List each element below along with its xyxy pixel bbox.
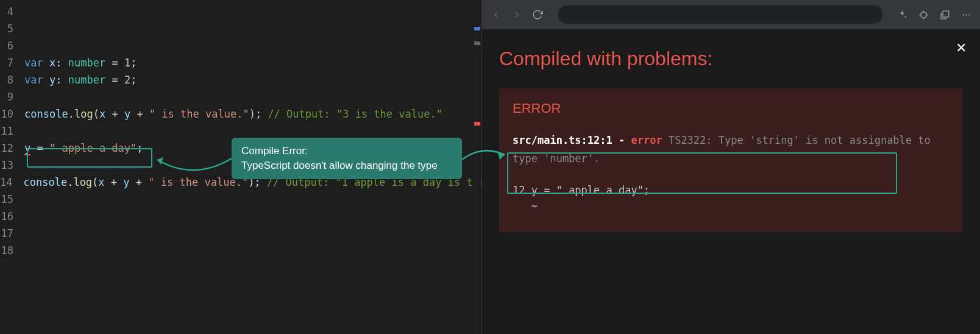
- line-number: 17: [0, 225, 24, 242]
- line-number: 11: [0, 123, 24, 140]
- line-number: 5: [0, 20, 24, 37]
- line-number: 8: [0, 71, 24, 88]
- browser-preview-pane: ✕ Compiled with problems: ERROR src/main…: [481, 0, 980, 334]
- scroll-mark: [474, 41, 480, 45]
- code-line[interactable]: 17: [0, 225, 481, 242]
- code-line[interactable]: 9: [0, 88, 481, 105]
- code-line[interactable]: 5: [0, 20, 481, 37]
- reload-icon[interactable]: [532, 9, 543, 20]
- target-icon[interactable]: [918, 10, 929, 20]
- error-file: src/main.ts:12:1: [513, 134, 612, 146]
- line-number: 15: [0, 191, 24, 208]
- snippet-line: 12 y = " apple a day";: [513, 182, 950, 198]
- forward-icon[interactable]: [511, 9, 522, 20]
- code-line[interactable]: 6: [0, 37, 481, 54]
- annotation-line2: TypeScript doesn't allow changing the ty…: [241, 158, 452, 173]
- error-snippet: 12 y = " apple a day"; ~: [513, 182, 950, 214]
- svg-point-7: [965, 14, 967, 15]
- code-line[interactable]: 7var x: number = 1;: [0, 54, 481, 71]
- svg-point-6: [962, 14, 964, 15]
- error-panel: ERROR src/main.ts:12:1 - error TS2322: T…: [499, 88, 963, 232]
- browser-content: ✕ Compiled with problems: ERROR src/main…: [482, 29, 980, 334]
- error-heading: ERROR: [513, 101, 950, 116]
- url-bar[interactable]: [558, 5, 882, 24]
- svg-rect-5: [943, 11, 949, 17]
- editor-scrollbar[interactable]: [473, 0, 481, 334]
- annotation-line1: Compile Error:: [241, 144, 452, 158]
- line-number: 14: [0, 174, 23, 191]
- close-icon[interactable]: ✕: [956, 40, 967, 56]
- annotation-tooltip: Compile Error: TypeScript doesn't allow …: [232, 138, 462, 179]
- snippet-marker: ~: [513, 198, 950, 214]
- svg-point-0: [921, 12, 927, 18]
- scroll-mark-error: [474, 122, 480, 126]
- code-line[interactable]: 16: [0, 208, 481, 225]
- line-number: 9: [0, 88, 24, 105]
- scroll-mark: [474, 27, 480, 30]
- svg-point-8: [968, 14, 970, 15]
- code-line[interactable]: 8var y: number = 2;: [0, 71, 481, 88]
- sparkle-icon[interactable]: [897, 10, 907, 20]
- browser-toolbar: [482, 0, 980, 29]
- error-message: src/main.ts:12:1 - error TS2322: Type 's…: [513, 131, 950, 168]
- code-content: var y: number = 2;: [24, 71, 481, 88]
- line-number: 7: [0, 54, 24, 71]
- code-line[interactable]: 11: [0, 123, 481, 140]
- code-line[interactable]: 15: [0, 191, 481, 208]
- code-content: console.log(x + y + " is the value."); /…: [24, 105, 481, 123]
- back-icon[interactable]: [491, 9, 502, 20]
- line-number: 4: [0, 3, 24, 20]
- more-icon[interactable]: [961, 10, 971, 20]
- code-line[interactable]: 10console.log(x + y + " is the value.");…: [0, 105, 481, 123]
- code-content: var x: number = 1;: [24, 54, 481, 71]
- line-number: 6: [0, 37, 24, 54]
- line-number: 12: [0, 140, 24, 157]
- open-external-icon[interactable]: [940, 10, 950, 20]
- line-number: 10: [0, 105, 24, 123]
- line-number: 18: [0, 242, 24, 259]
- code-line[interactable]: 18: [0, 242, 481, 259]
- line-number: 16: [0, 208, 24, 225]
- line-number: 13: [0, 157, 24, 174]
- problems-title: Compiled with problems:: [499, 48, 963, 70]
- code-line[interactable]: 4: [0, 3, 481, 20]
